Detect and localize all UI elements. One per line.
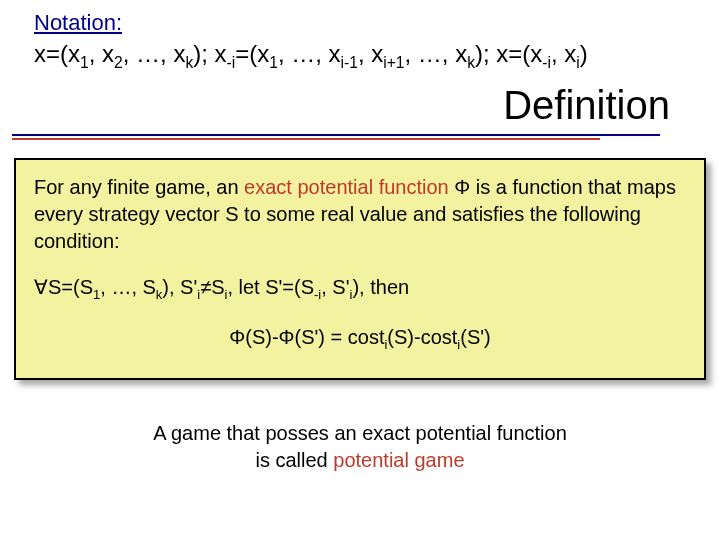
notation-line: x=(x1, x2, …, xk); x-i=(x1, …, xi-1, xi+… [34, 38, 686, 73]
txt: Φ(S)-Φ(S') = cost [229, 326, 384, 348]
txt: , x [551, 40, 576, 67]
txt: S=(S [48, 276, 93, 298]
underline-blue [12, 134, 660, 136]
sub: i-1 [341, 54, 358, 71]
term-potential-game: potential game [333, 449, 464, 471]
txt: A game that posses an exact potential fu… [153, 422, 567, 444]
txt: ); x=(x [475, 40, 542, 67]
txt: For any finite game, an [34, 176, 244, 198]
page-title: Definition [0, 73, 720, 128]
sub: i+1 [383, 54, 404, 71]
txt: is called [255, 449, 333, 471]
txt: S [211, 276, 224, 298]
definition-box: For any finite game, an exact potential … [14, 158, 706, 380]
definition-formula-line1: ∀S=(S1, …, Sk), S'i≠Si, let S'=(S-i, S'i… [34, 275, 686, 302]
footer-note: A game that posses an exact potential fu… [0, 420, 720, 474]
sub: -i [542, 54, 551, 71]
sub: -i [227, 54, 236, 71]
neq-symbol: ≠ [200, 276, 211, 298]
sub: 1 [269, 54, 278, 71]
definition-formula-line2: Φ(S)-Φ(S') = costi(S)-costi(S') [34, 326, 686, 352]
txt: (S') [460, 326, 490, 348]
underline-red [12, 138, 600, 140]
txt: , let S'=(S [227, 276, 314, 298]
notation-label: Notation: [34, 10, 686, 36]
title-underline [12, 134, 660, 140]
txt: (S)-cost [387, 326, 457, 348]
forall-symbol: ∀ [34, 276, 48, 298]
sub: k [467, 54, 475, 71]
txt: , …, x [405, 40, 468, 67]
txt: ), then [352, 276, 409, 298]
txt: x=(x [34, 40, 80, 67]
sub: 2 [114, 54, 123, 71]
txt: , x [89, 40, 114, 67]
txt: ); x [193, 40, 226, 67]
txt: , S' [321, 276, 349, 298]
txt: ) [580, 40, 588, 67]
slide: Notation: x=(x1, x2, …, xk); x-i=(x1, …,… [0, 0, 720, 540]
txt: =(x [235, 40, 269, 67]
definition-paragraph: For any finite game, an exact potential … [34, 174, 686, 255]
txt: , x [358, 40, 383, 67]
notation-block: Notation: x=(x1, x2, …, xk); x-i=(x1, …,… [0, 10, 720, 73]
txt: ), S' [162, 276, 197, 298]
txt: , …, x [278, 40, 341, 67]
txt: , …, S [100, 276, 156, 298]
sub: 1 [80, 54, 89, 71]
txt: , …, x [123, 40, 186, 67]
term-potential-function: exact potential function [244, 176, 449, 198]
